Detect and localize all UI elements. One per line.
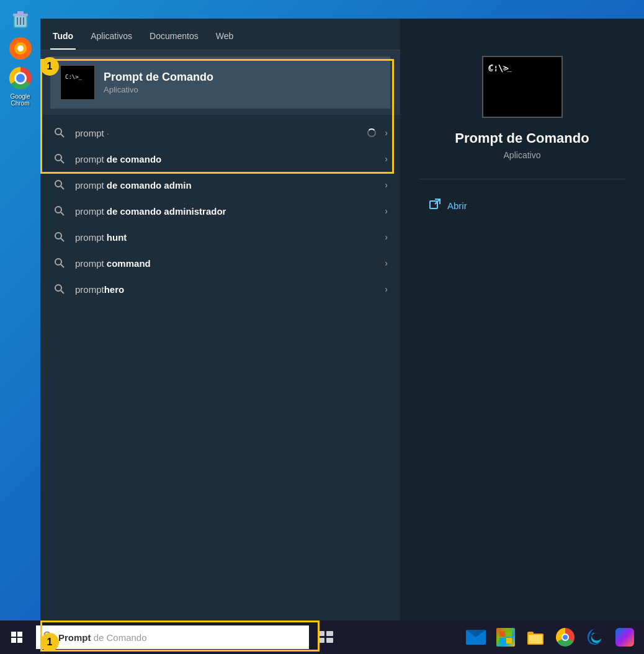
search-icon-7: [53, 282, 66, 296]
svg-point-11: [55, 155, 61, 161]
svg-rect-32: [506, 631, 512, 637]
chevron-3: ›: [385, 180, 388, 190]
svg-rect-2: [17, 11, 24, 14]
tab-aplicativos[interactable]: Aplicativos: [88, 26, 135, 50]
svg-line-22: [61, 290, 64, 293]
svg-rect-28: [326, 631, 333, 636]
svg-point-17: [55, 233, 61, 239]
svg-line-16: [61, 212, 64, 215]
search-tabs: Tudo Aplicativos Documentos Web: [40, 19, 400, 50]
right-app-name-bold: de Comando: [503, 130, 589, 146]
suggestion-text-1: prompt ·: [75, 128, 354, 138]
tab-web[interactable]: Web: [213, 26, 236, 50]
right-app-type: Aplicativo: [504, 150, 541, 160]
chevron-6: ›: [385, 258, 388, 268]
chevron-5: ›: [385, 232, 388, 242]
svg-line-14: [61, 186, 64, 189]
recycle-bin-icon[interactable]: [4, 6, 37, 31]
annotation-number-2: 1: [40, 633, 59, 652]
search-icon-4: [53, 204, 66, 218]
suggestion-prompt-dot[interactable]: prompt · ›: [40, 120, 400, 146]
svg-rect-27: [318, 631, 324, 636]
suggestion-prompt-de-comando[interactable]: prompt de comando ›: [40, 146, 400, 172]
app-name: Prompt de Comando: [104, 71, 213, 84]
suggestion-text-2: prompt de comando: [75, 154, 376, 164]
taskbar-search-normal: de Comando: [91, 632, 147, 643]
tab-documentos[interactable]: Documentos: [147, 26, 201, 50]
svg-line-18: [61, 238, 64, 241]
app-name-normal: Prompt: [104, 71, 143, 83]
suggestion-text-7: prompthero: [75, 284, 376, 295]
top-result-section: C:\>_ Prompt de Comando Aplicativo: [40, 50, 400, 115]
cmd-app-icon: C:\>_: [60, 65, 95, 100]
right-panel-divider: [419, 179, 625, 179]
taskbar-search-text: Prompt de Comando: [58, 632, 147, 643]
svg-point-15: [55, 207, 61, 213]
chevron-7: ›: [385, 284, 388, 294]
chevron-4: ›: [385, 206, 388, 216]
svg-rect-31: [499, 631, 505, 637]
suggestion-text-6: prompt command: [75, 258, 376, 269]
open-label: Abrir: [447, 200, 467, 211]
task-view-button[interactable]: [313, 624, 339, 650]
svg-rect-34: [506, 638, 512, 643]
taskbar: Prompt de Comando: [0, 620, 644, 654]
suggestion-text-4: prompt de comando administrador: [75, 206, 376, 217]
tab-tudo[interactable]: Tudo: [50, 26, 76, 50]
taskbar-search-bold: Prompt: [58, 632, 91, 643]
start-button[interactable]: [0, 620, 34, 654]
svg-point-19: [55, 259, 61, 265]
edge-taskbar-icon[interactable]: [582, 624, 608, 650]
chrome-taskbar-icon[interactable]: [552, 624, 578, 650]
suggestion-prompt-command[interactable]: prompt command ›: [40, 250, 400, 276]
suggestion-text-5: prompt hunt: [75, 232, 376, 243]
loading-indicator: [367, 128, 376, 137]
svg-rect-33: [499, 638, 505, 643]
firefox-icon[interactable]: [4, 36, 37, 61]
svg-rect-30: [326, 638, 333, 643]
chevron-1: ›: [385, 128, 388, 138]
windows-icon: [11, 632, 22, 643]
app-name-bold: de Comando: [143, 71, 213, 83]
svg-point-9: [55, 128, 61, 135]
right-app-name: Prompt de Comando: [455, 130, 589, 146]
file-explorer-icon[interactable]: [522, 624, 548, 650]
svg-point-8: [17, 45, 24, 52]
desktop: GoogleChrom Tudo Aplicativos Documentos …: [0, 0, 644, 654]
suggestion-prompt-de-comando-admin[interactable]: prompt de comando admin ›: [40, 172, 400, 198]
svg-rect-37: [529, 635, 542, 643]
mail-taskbar-icon[interactable]: [463, 624, 489, 650]
svg-line-10: [61, 134, 64, 137]
fluent-taskbar-icon[interactable]: [612, 624, 638, 650]
suggestion-prompthero[interactable]: prompthero ›: [40, 276, 400, 302]
search-suggestions: prompt · › prompt de comando ›: [40, 115, 400, 620]
svg-rect-29: [318, 638, 324, 643]
search-icon-2: [53, 152, 66, 166]
top-result-item[interactable]: C:\>_ Prompt de Comando Aplicativo: [50, 56, 390, 109]
open-button[interactable]: Abrir: [419, 192, 625, 219]
taskbar-right-icons: [463, 624, 644, 650]
start-menu: Tudo Aplicativos Documentos Web C:\>_ Pr…: [40, 19, 400, 620]
suggestion-prompt-hunt[interactable]: prompt hunt ›: [40, 224, 400, 250]
taskbar-search-bar[interactable]: Prompt de Comando: [36, 625, 309, 649]
suggestion-text-3: prompt de comando admin: [75, 180, 376, 190]
store-taskbar-icon[interactable]: [493, 624, 519, 650]
top-result-info: Prompt de Comando Aplicativo: [104, 71, 213, 94]
svg-line-12: [61, 160, 64, 163]
chevron-2: ›: [385, 154, 388, 164]
open-icon: [429, 198, 441, 213]
app-preview-icon: C:\>_: [482, 56, 563, 118]
right-panel: C:\>_ Prompt de Comando Aplicativo Abrir: [400, 19, 644, 620]
svg-point-13: [55, 181, 61, 187]
chrome-shortcut-icon[interactable]: GoogleChrom: [4, 66, 37, 107]
svg-line-20: [61, 264, 64, 267]
search-icon-5: [53, 230, 66, 244]
right-app-name-normal: Prompt: [455, 130, 503, 146]
svg-point-21: [55, 285, 61, 291]
desktop-icon-area: GoogleChrom: [0, 0, 40, 654]
app-type: Aplicativo: [104, 85, 213, 94]
search-icon-1: [53, 126, 66, 140]
suggestion-prompt-de-comando-administrador[interactable]: prompt de comando administrador ›: [40, 198, 400, 224]
annotation-number-1-top: 1: [40, 57, 59, 76]
search-icon-6: [53, 256, 66, 270]
